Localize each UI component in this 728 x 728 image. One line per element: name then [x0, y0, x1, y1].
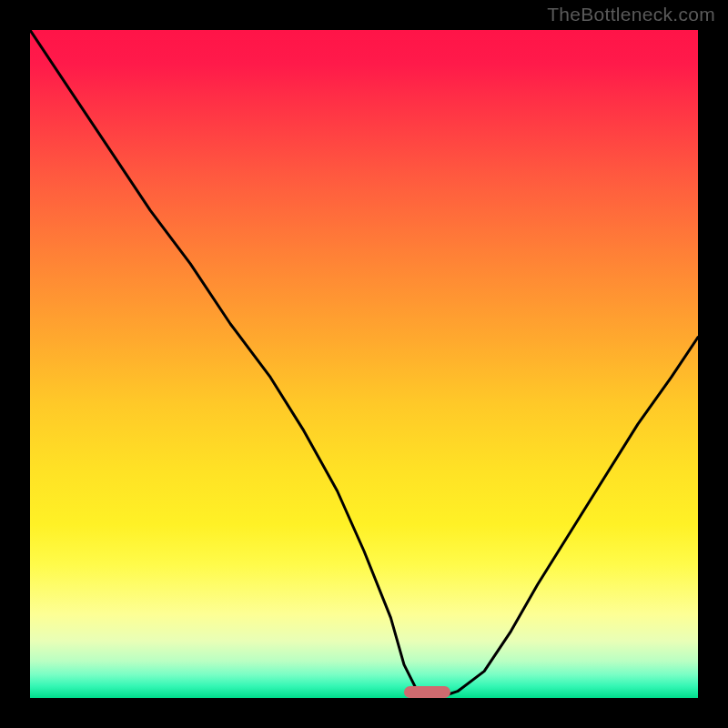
watermark-text: TheBottleneck.com — [547, 4, 715, 25]
bottleneck-curve — [30, 30, 698, 698]
plot-area — [30, 30, 698, 698]
optimal-region-marker — [404, 686, 450, 698]
